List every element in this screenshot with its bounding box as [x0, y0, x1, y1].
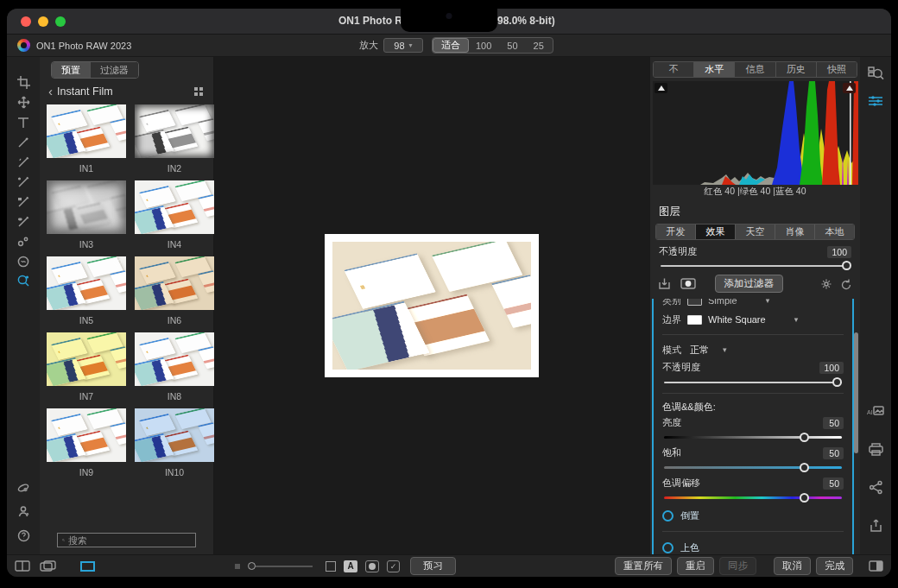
- highlight-clipping-icon[interactable]: [843, 83, 856, 93]
- tab-info[interactable]: 信息: [734, 62, 775, 77]
- soft-proof-icon[interactable]: ✓: [387, 560, 400, 572]
- zoom-100-button[interactable]: 100: [468, 39, 499, 52]
- zoom-window-button[interactable]: [55, 16, 66, 27]
- reset-all-button[interactable]: 重置所有: [615, 557, 672, 575]
- annotation-icon[interactable]: A: [344, 560, 357, 572]
- blend-mode-value[interactable]: 正常: [690, 344, 709, 357]
- hue-shift-value[interactable]: 50: [823, 477, 844, 490]
- preset-thumb-in6[interactable]: IN6: [135, 256, 214, 326]
- zoom-label: 放大: [359, 39, 378, 52]
- reset-undo-icon[interactable]: [840, 278, 852, 290]
- masking-wand-icon[interactable]: [12, 132, 35, 152]
- original-icon[interactable]: [326, 561, 336, 572]
- back-chevron-icon[interactable]: ‹: [48, 85, 53, 98]
- panel-scrollbar[interactable]: [854, 332, 858, 453]
- save-preset-icon[interactable]: [658, 277, 671, 290]
- tab-levels[interactable]: 水平: [693, 62, 734, 77]
- fit-button[interactable]: 适合: [433, 39, 468, 52]
- thumb-size-slider[interactable]: [248, 562, 313, 570]
- ai-image-icon[interactable]: AI: [864, 401, 887, 421]
- shadow-clipping-icon[interactable]: [655, 83, 667, 93]
- move-icon[interactable]: [12, 92, 35, 112]
- histogram[interactable]: [653, 81, 857, 185]
- atom-icon[interactable]: [12, 477, 35, 497]
- grid-view-icon[interactable]: [194, 87, 203, 96]
- brightness-slider[interactable]: [664, 432, 842, 443]
- layer-opacity-value[interactable]: 100: [827, 246, 851, 258]
- preset-thumb-in7[interactable]: IN7: [47, 332, 126, 402]
- saturation-value[interactable]: 50: [823, 447, 844, 459]
- border-value[interactable]: White Square: [708, 314, 766, 325]
- view-filmstrip-icon[interactable]: [40, 560, 57, 572]
- tab-filters[interactable]: 过滤器: [90, 62, 138, 78]
- retouch-brush-icon[interactable]: [12, 172, 35, 192]
- chevron-down-icon[interactable]: ▾: [766, 299, 770, 305]
- crop-icon[interactable]: [12, 73, 35, 92]
- zoom-50-button[interactable]: 50: [499, 39, 525, 52]
- clone-brush-icon[interactable]: [12, 192, 35, 212]
- view-split-icon[interactable]: [15, 560, 30, 572]
- cancel-button[interactable]: 取消: [774, 557, 811, 575]
- preset-thumb-in9[interactable]: IN9: [47, 408, 126, 478]
- navigator-icon[interactable]: [864, 64, 887, 84]
- mask-view-icon[interactable]: [680, 278, 696, 289]
- tab-history[interactable]: 历史: [775, 62, 816, 77]
- filter-category-value[interactable]: Simple: [708, 299, 737, 306]
- brightness-value[interactable]: 50: [823, 417, 844, 429]
- ai-brain-icon[interactable]: [12, 251, 35, 271]
- mask-view-toggle-icon[interactable]: [365, 560, 379, 572]
- preset-thumb-in4[interactable]: IN4: [135, 180, 214, 250]
- add-filter-button[interactable]: 添加过滤器: [715, 275, 784, 293]
- view-zoom-icon[interactable]: [12, 271, 35, 291]
- tab-develop[interactable]: 开发: [656, 224, 695, 239]
- export-icon[interactable]: [864, 515, 887, 535]
- tab-effects[interactable]: 效果: [695, 224, 735, 239]
- chevron-down-icon[interactable]: ▾: [723, 345, 727, 354]
- filter-opacity-slider[interactable]: [664, 376, 842, 388]
- face-icon[interactable]: [12, 502, 35, 522]
- preset-preview: [135, 180, 214, 234]
- print-icon[interactable]: [864, 439, 887, 459]
- zoom-25-button[interactable]: 25: [526, 39, 552, 52]
- image-canvas[interactable]: [214, 57, 649, 554]
- favorite-heart-icon[interactable]: ♡: [112, 257, 123, 270]
- collection-header[interactable]: ‹ Instant Film: [40, 80, 213, 102]
- preset-thumb-in1[interactable]: IN1: [47, 104, 126, 174]
- filter-opacity-value[interactable]: 100: [819, 362, 844, 374]
- text-icon[interactable]: [12, 112, 35, 132]
- preset-thumb-in2[interactable]: IN2: [135, 104, 214, 174]
- preset-thumb-in10[interactable]: IN10: [135, 408, 214, 478]
- done-button[interactable]: 完成: [816, 557, 853, 575]
- help-icon[interactable]: [12, 526, 35, 546]
- minimize-window-button[interactable]: [38, 16, 48, 27]
- tab-portrait[interactable]: 肖像: [775, 224, 814, 239]
- layer-opacity-slider[interactable]: [661, 261, 850, 271]
- tab-nav[interactable]: 不: [654, 62, 693, 77]
- share-icon[interactable]: [864, 477, 887, 497]
- tab-snapshots[interactable]: 快照: [816, 62, 857, 77]
- chevron-down-icon[interactable]: ▾: [794, 315, 799, 324]
- healing-brush-icon[interactable]: [12, 212, 35, 231]
- invert-radio[interactable]: [662, 510, 674, 522]
- view-single-icon[interactable]: [80, 561, 95, 572]
- clone-stamp-icon[interactable]: [12, 231, 35, 251]
- preview-button[interactable]: 预习: [410, 557, 456, 575]
- perfect-eraser-icon[interactable]: [12, 152, 35, 172]
- edited-photo[interactable]: [325, 234, 539, 377]
- panel-toggle-icon[interactable]: [869, 560, 883, 572]
- reset-button[interactable]: 重启: [677, 557, 714, 575]
- saturation-slider[interactable]: [664, 462, 842, 473]
- zoom-level-select[interactable]: 98 ▾: [383, 38, 423, 53]
- adjustments-icon[interactable]: [864, 91, 887, 111]
- hue-shift-slider[interactable]: [664, 492, 842, 503]
- gear-icon[interactable]: [820, 278, 832, 290]
- close-window-button[interactable]: [21, 16, 31, 27]
- preset-thumb-in8[interactable]: IN8: [135, 332, 214, 402]
- preset-thumb-in3[interactable]: IN3: [47, 180, 126, 250]
- tab-local[interactable]: 本地: [814, 224, 854, 239]
- preset-thumb-in5[interactable]: ♡ IN5: [47, 256, 126, 326]
- search-input[interactable]: [68, 535, 191, 546]
- colorize-radio[interactable]: [662, 542, 674, 553]
- tab-presets[interactable]: 预置: [52, 62, 90, 78]
- tab-sky[interactable]: 天空: [735, 224, 775, 239]
